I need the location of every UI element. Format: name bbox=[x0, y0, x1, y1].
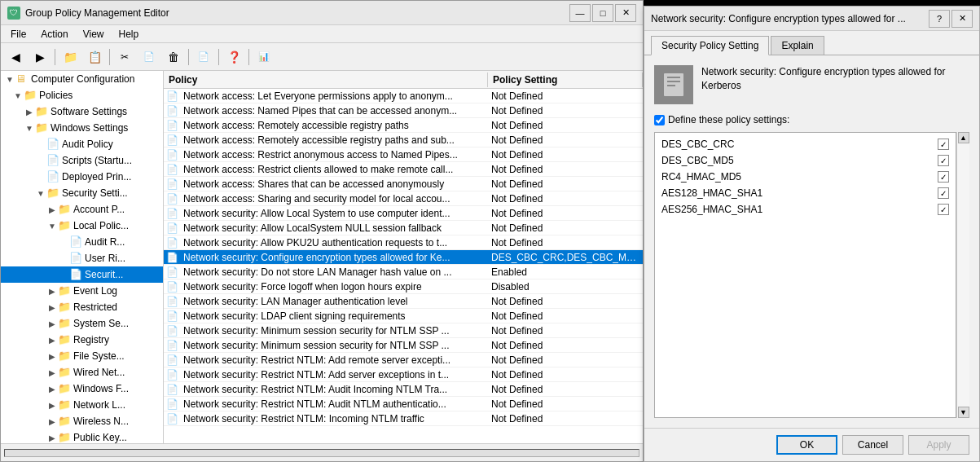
list-row[interactable]: 📄 Network security: Restrict NTLM: Add r… bbox=[164, 353, 643, 367]
show-hide-tree-button[interactable]: 📁 bbox=[59, 46, 81, 68]
list-row[interactable]: 📄 Network access: Let Everyone permissio… bbox=[164, 89, 643, 103]
paste-button[interactable]: 📄 bbox=[138, 46, 160, 68]
minimize-button[interactable]: — bbox=[569, 4, 591, 22]
tree-item-policies[interactable]: ▼ 📁 Policies bbox=[1, 87, 163, 103]
tree-item-user-ri[interactable]: ▶ 📄 User Ri... bbox=[1, 250, 163, 266]
col-header-setting[interactable]: Policy Setting bbox=[488, 73, 643, 87]
list-row[interactable]: 📄 Network security: Minimum session secu… bbox=[164, 338, 643, 353]
tree-item-computer-config[interactable]: ▼ 🖥 Computer Configuration bbox=[1, 71, 163, 87]
dialog-help-button[interactable]: ? bbox=[929, 10, 950, 28]
list-row-selected[interactable]: 📄 Network security: Configure encryption… bbox=[164, 250, 643, 265]
help-button[interactable]: ❓ bbox=[222, 46, 245, 68]
tree-item-scripts[interactable]: ▶ 📄 Scripts (Startu... bbox=[1, 152, 163, 169]
expand-registry[interactable]: ▶ bbox=[46, 334, 58, 345]
tab-explain[interactable]: Explain bbox=[771, 36, 824, 55]
tree-item-deployed[interactable]: ▶ 📄 Deployed Prin... bbox=[1, 169, 163, 185]
option-item-4[interactable]: AES256_HMAC_SHA1 ✓ bbox=[658, 201, 952, 218]
expand-user-ri[interactable]: ▶ bbox=[58, 253, 69, 264]
apply-button[interactable]: Apply bbox=[908, 435, 969, 455]
expand-windows-f[interactable]: ▶ bbox=[46, 383, 58, 394]
expand-audit-r[interactable]: ▶ bbox=[58, 236, 69, 248]
list-row[interactable]: 📄 Network access: Remotely accessible re… bbox=[164, 118, 643, 133]
option-item-0[interactable]: DES_CBC_CRC ✓ bbox=[658, 136, 952, 152]
cut-button[interactable]: ✂ bbox=[113, 46, 136, 68]
tree-item-security-settings[interactable]: ▼ 📁 Security Setti... bbox=[1, 185, 163, 201]
tree-item-audit-policy[interactable]: ▶ 📄 Audit Policy bbox=[1, 136, 163, 152]
list-row[interactable]: 📄 Network security: Minimum session secu… bbox=[164, 323, 643, 338]
menu-help[interactable]: Help bbox=[112, 27, 146, 42]
list-row[interactable]: 📄 Network security: Allow PKU2U authenti… bbox=[164, 235, 643, 250]
expand-wired-net[interactable]: ▶ bbox=[46, 367, 58, 378]
tab-security-policy[interactable]: Security Policy Setting bbox=[651, 36, 769, 55]
tree-item-software-settings[interactable]: ▶ 📁 Software Settings bbox=[1, 103, 163, 120]
define-checkbox[interactable] bbox=[654, 115, 665, 125]
tree-item-system[interactable]: ▶ 📁 System Se... bbox=[1, 315, 163, 332]
list-row[interactable]: 📄 Network access: Sharing and security m… bbox=[164, 191, 643, 206]
forward-button[interactable]: ▶ bbox=[29, 46, 51, 68]
list-row[interactable]: 📄 Network security: Restrict NTLM: Audit… bbox=[164, 382, 643, 397]
scroll-up-button[interactable]: ▲ bbox=[958, 132, 969, 143]
tree-item-local-policy[interactable]: ▼ 📁 Local Polic... bbox=[1, 218, 163, 234]
tree-item-restricted[interactable]: ▶ 📁 Restricted bbox=[1, 299, 163, 315]
tree-item-event-log[interactable]: ▶ 📁 Event Log bbox=[1, 283, 163, 299]
list-row[interactable]: 📄 Network security: LAN Manager authenti… bbox=[164, 294, 643, 309]
expand-security[interactable]: ▶ bbox=[58, 269, 69, 280]
horizontal-scrollbar[interactable] bbox=[4, 449, 639, 457]
option-item-2[interactable]: RC4_HMAC_MD5 ✓ bbox=[658, 169, 952, 185]
tree-item-file-system[interactable]: ▶ 📁 File Syste... bbox=[1, 348, 163, 364]
ok-button[interactable]: OK bbox=[776, 435, 837, 455]
expand-file-system[interactable]: ▶ bbox=[46, 350, 58, 362]
col-header-policy[interactable]: Policy bbox=[164, 73, 488, 87]
tree-item-audit-r[interactable]: ▶ 📄 Audit R... bbox=[1, 234, 163, 250]
dialog-close-button[interactable]: ✕ bbox=[951, 10, 973, 28]
view-button[interactable]: 📊 bbox=[253, 46, 275, 68]
expand-wireless[interactable]: ▶ bbox=[46, 416, 58, 427]
expand-security-settings[interactable]: ▼ bbox=[35, 187, 46, 199]
list-row[interactable]: 📄 Network security: Restrict NTLM: Incom… bbox=[164, 411, 643, 426]
list-row[interactable]: 📄 Network security: Restrict NTLM: Add s… bbox=[164, 367, 643, 382]
option-check-0[interactable]: ✓ bbox=[938, 139, 949, 150]
tree-item-wired-net[interactable]: ▶ 📁 Wired Net... bbox=[1, 364, 163, 381]
tree-item-security[interactable]: ▶ 📄 Securit... bbox=[1, 266, 163, 283]
copy-button[interactable]: 📋 bbox=[83, 46, 106, 68]
expand-deployed[interactable]: ▶ bbox=[35, 171, 46, 183]
cancel-button[interactable]: Cancel bbox=[842, 435, 903, 455]
menu-action[interactable]: Action bbox=[34, 27, 74, 42]
option-check-4[interactable]: ✓ bbox=[938, 204, 949, 215]
expand-restricted[interactable]: ▶ bbox=[46, 301, 58, 313]
maximize-button[interactable]: □ bbox=[592, 4, 613, 22]
back-button[interactable]: ◀ bbox=[4, 46, 27, 68]
tree-item-public-key[interactable]: ▶ 📁 Public Key... bbox=[1, 429, 163, 443]
list-row[interactable]: 📄 Network security: Force logoff when lo… bbox=[164, 279, 643, 294]
expand-scripts[interactable]: ▶ bbox=[35, 155, 46, 166]
expand-computer-config[interactable]: ▼ bbox=[4, 73, 15, 85]
expand-software-settings[interactable]: ▶ bbox=[24, 106, 35, 117]
delete-button[interactable]: 🗑 bbox=[162, 46, 185, 68]
list-row[interactable]: 📄 Network security: Allow Local System t… bbox=[164, 206, 643, 221]
option-item-1[interactable]: DES_CBC_MD5 ✓ bbox=[658, 152, 952, 169]
list-row[interactable]: 📄 Network access: Named Pipes that can b… bbox=[164, 103, 643, 118]
expand-audit-policy[interactable]: ▶ bbox=[35, 139, 46, 150]
list-row[interactable]: 📄 Network access: Restrict clients allow… bbox=[164, 162, 643, 177]
menu-file[interactable]: File bbox=[4, 27, 33, 42]
option-check-2[interactable]: ✓ bbox=[938, 171, 949, 183]
option-item-3[interactable]: AES128_HMAC_SHA1 ✓ bbox=[658, 185, 952, 201]
tree-item-windows-settings[interactable]: ▼ 📁 Windows Settings bbox=[1, 120, 163, 136]
list-row[interactable]: 📄 Network security: Do not store LAN Man… bbox=[164, 265, 643, 279]
list-row[interactable]: 📄 Network security: LDAP client signing … bbox=[164, 309, 643, 323]
close-button[interactable]: ✕ bbox=[615, 4, 636, 22]
expand-policies[interactable]: ▼ bbox=[12, 90, 24, 101]
scroll-down-button[interactable]: ▼ bbox=[958, 407, 969, 418]
expand-system[interactable]: ▶ bbox=[46, 318, 58, 329]
list-body[interactable]: 📄 Network access: Let Everyone permissio… bbox=[164, 89, 643, 443]
options-list[interactable]: DES_CBC_CRC ✓ DES_CBC_MD5 ✓ RC4_HMAC_MD5… bbox=[654, 132, 956, 418]
list-row[interactable]: 📄 Network access: Shares that can be acc… bbox=[164, 177, 643, 191]
define-checkbox-label[interactable]: Define these policy settings: bbox=[668, 114, 789, 125]
expand-network-l[interactable]: ▶ bbox=[46, 399, 58, 411]
properties-button[interactable]: 📄 bbox=[192, 46, 215, 68]
expand-public-key[interactable]: ▶ bbox=[46, 432, 58, 443]
tree-item-windows-f[interactable]: ▶ 📁 Windows F... bbox=[1, 381, 163, 397]
tree-panel[interactable]: ▼ 🖥 Computer Configuration ▼ 📁 Policies … bbox=[1, 71, 164, 443]
options-scrollbar[interactable]: ▲ ▼ bbox=[956, 132, 969, 418]
menu-view[interactable]: View bbox=[77, 27, 111, 42]
